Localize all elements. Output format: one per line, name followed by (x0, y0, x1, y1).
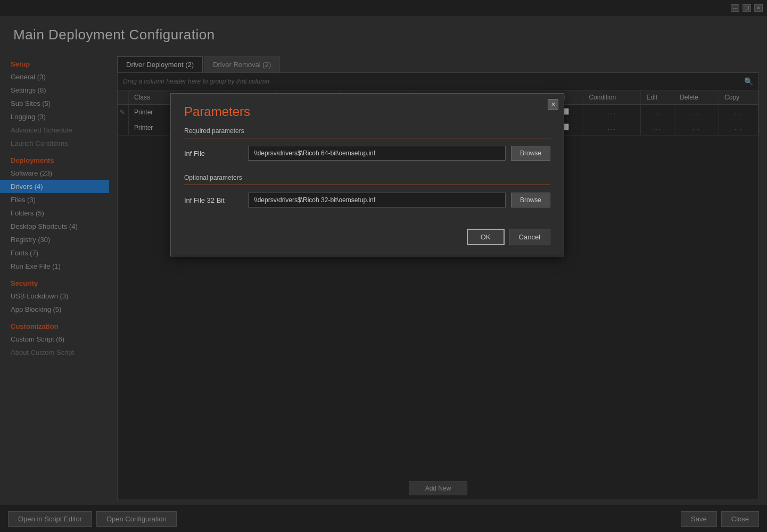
close-button[interactable]: Close (721, 511, 759, 527)
inf-file-32bit-input[interactable] (248, 193, 506, 207)
sidebar-item-about-custom-script: About Custom Script (0, 346, 109, 359)
sidebar-item-advanced-schedule: Advanced Schedule (0, 123, 109, 137)
required-section-label: Required parameters (184, 127, 550, 138)
col-header-pencil (118, 90, 129, 105)
tab-driver-removal[interactable]: Driver Removal (2) (204, 56, 280, 72)
modal-ok-button[interactable]: OK (467, 229, 505, 245)
row-edit-2[interactable]: ... (641, 120, 674, 136)
row-pencil-2[interactable] (118, 120, 129, 136)
minimize-button[interactable]: — (731, 4, 739, 12)
row-cond2-2[interactable]: ... (583, 120, 641, 136)
sidebar-item-fonts[interactable]: Fonts (7) (0, 246, 109, 260)
row-delete-1[interactable]: ... (674, 105, 719, 120)
col-header-class[interactable]: Class (129, 90, 174, 105)
sidebar-item-custom-script[interactable]: Custom Script (6) (0, 332, 109, 346)
row-class-2: Printer (129, 120, 174, 136)
sidebar-item-desktop-shortcuts[interactable]: Desktop Shortcuts (4) (0, 220, 109, 233)
drag-hint-text: Drag a column header here to group by th… (123, 78, 269, 85)
sidebar-item-logging[interactable]: Logging (3) (0, 110, 109, 123)
modal-title: Parameters (171, 94, 564, 127)
optional-params-section: Optional parameters Inf File 32 Bit Brow… (171, 174, 564, 221)
footer-right: Save Close (681, 511, 759, 527)
tab-bar: Driver Deployment (2) Driver Removal (2) (117, 56, 759, 72)
row-copy-2[interactable]: ... (719, 120, 758, 136)
sidebar-item-app-blocking[interactable]: App Blocking (5) (0, 303, 109, 316)
footer-bar: Open in Script Editor Open Configuration… (0, 505, 767, 532)
sidebar-item-registry[interactable]: Registry (30) (0, 233, 109, 246)
window-title: Main Deployment Configuration (13, 27, 754, 43)
row-copy-1[interactable]: ... (719, 105, 758, 120)
col-header-copy[interactable]: Copy (719, 90, 758, 105)
sidebar-item-usb-lockdown[interactable]: USB Lockdown (3) (0, 289, 109, 303)
sidebar-item-settings[interactable]: Settings (8) (0, 84, 109, 97)
sidebar-item-folders[interactable]: Folders (5) (0, 206, 109, 220)
inf-file-32bit-row: Inf File 32 Bit Browse (184, 193, 550, 207)
tab-driver-deployment[interactable]: Driver Deployment (2) (117, 56, 203, 72)
required-params-section: Required parameters Inf File Browse (171, 127, 564, 174)
sidebar-item-files[interactable]: Files (3) (0, 193, 109, 206)
footer-left: Open in Script Editor Open Configuration (8, 511, 177, 527)
open-script-editor-button[interactable]: Open in Script Editor (8, 511, 92, 527)
inf-file-label: Inf File (184, 149, 243, 157)
add-new-button[interactable]: Add New (409, 481, 468, 495)
sidebar-item-sub-sites[interactable]: Sub Sites (5) (0, 97, 109, 110)
search-icon[interactable]: 🔍 (744, 77, 753, 86)
row-pencil-1[interactable]: ✎ (118, 105, 129, 120)
row-edit-1[interactable]: ... (641, 105, 674, 120)
optional-section-label: Optional parameters (184, 174, 550, 185)
sidebar-item-general[interactable]: General (3) (0, 70, 109, 84)
save-button[interactable]: Save (681, 511, 717, 527)
modal-cancel-button[interactable]: Cancel (509, 229, 550, 245)
inf-file-row: Inf File Browse (184, 146, 550, 161)
inf-file-browse-button[interactable]: Browse (511, 146, 550, 161)
parameters-modal: ✕ Parameters Required parameters Inf Fil… (170, 93, 564, 256)
row-cond2-1[interactable]: ... (583, 105, 641, 120)
sidebar-item-run-exe-file[interactable]: Run Exe File (1) (0, 260, 109, 273)
sidebar-section-setup: Setup (0, 56, 109, 70)
sidebar-section-deployments: Deployments (0, 152, 109, 167)
row-delete-2[interactable]: ... (674, 120, 719, 136)
row-class-1: Printer (129, 105, 174, 120)
col-header-delete[interactable]: Delete (674, 90, 719, 105)
sidebar-section-security: Security (0, 275, 109, 289)
inf-file-32bit-label: Inf File 32 Bit (184, 196, 243, 204)
window-header: Main Deployment Configuration (0, 16, 767, 51)
close-window-button[interactable]: ✕ (754, 4, 763, 12)
title-bar: — ❐ ✕ (0, 0, 767, 16)
inf-file-32bit-browse-button[interactable]: Browse (511, 193, 550, 207)
restore-button[interactable]: ❐ (743, 4, 751, 12)
col-header-edit[interactable]: Edit (641, 90, 674, 105)
sidebar-item-drivers[interactable]: Drivers (4) (0, 180, 109, 193)
sidebar-item-launch-conditions: Launch Conditions (0, 137, 109, 150)
sidebar-section-customization: Customization (0, 318, 109, 332)
modal-footer: OK Cancel (171, 221, 564, 256)
sidebar: Setup General (3) Settings (8) Sub Sites… (0, 51, 109, 505)
col-header-condition2[interactable]: Condition (583, 90, 641, 105)
table-toolbar: Drag a column header here to group by th… (118, 73, 758, 90)
sidebar-item-software[interactable]: Software (23) (0, 167, 109, 180)
inf-file-input[interactable] (248, 146, 506, 161)
table-bottom-bar: Add New (118, 477, 758, 500)
open-configuration-button[interactable]: Open Configuration (96, 511, 177, 527)
modal-close-button[interactable]: ✕ (548, 99, 558, 110)
